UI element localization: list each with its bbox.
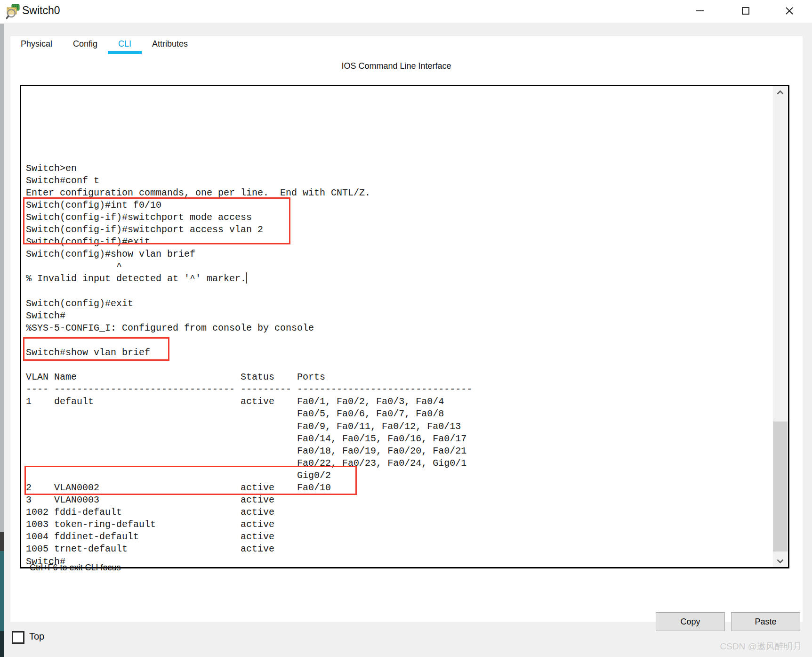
tab-config[interactable]: Config <box>63 36 108 54</box>
terminal-scrollbar[interactable] <box>773 86 788 567</box>
desktop-edge <box>0 24 4 532</box>
packet-tracer-device-icon <box>6 3 21 21</box>
desktop-edge <box>0 532 4 551</box>
copy-button[interactable]: Copy <box>656 612 725 631</box>
top-checkbox[interactable] <box>12 631 24 644</box>
desktop-edge <box>0 551 4 631</box>
desktop-edge <box>0 631 4 657</box>
minimize-button[interactable] <box>686 0 714 21</box>
cli-terminal-output[interactable]: Switch>en Switch#conf t Enter configurat… <box>21 86 472 568</box>
top-checkbox-label: Top <box>29 631 44 642</box>
close-icon <box>785 6 794 16</box>
scroll-up-button[interactable] <box>773 86 788 98</box>
tab-physical[interactable]: Physical <box>10 36 63 54</box>
tab-cli[interactable]: CLI <box>108 36 142 54</box>
tab-page: PhysicalConfigCLIAttributes IOS Command … <box>10 36 803 622</box>
tab-attributes[interactable]: Attributes <box>142 36 198 54</box>
watermark: CSDN @遨风醉明月 <box>720 641 802 653</box>
cli-focus-hint: Ctrl+F6 to exit CLI focus <box>30 563 121 573</box>
scrollbar-thumb[interactable] <box>773 422 788 552</box>
maximize-icon <box>741 6 750 16</box>
chevron-down-icon <box>777 559 784 563</box>
titlebar: Switch0 <box>0 0 812 23</box>
maximize-button[interactable] <box>732 0 760 21</box>
cli-terminal[interactable]: Switch>en Switch#conf t Enter configurat… <box>20 85 789 568</box>
close-button[interactable] <box>775 0 804 21</box>
chevron-up-icon <box>777 90 784 95</box>
paste-button[interactable]: Paste <box>731 612 800 631</box>
tab-bar: PhysicalConfigCLIAttributes <box>10 36 198 54</box>
cli-page-title: IOS Command Line Interface <box>10 61 782 71</box>
window-title: Switch0 <box>22 4 60 17</box>
scroll-down-button[interactable] <box>773 555 788 567</box>
minimize-icon <box>695 6 705 16</box>
